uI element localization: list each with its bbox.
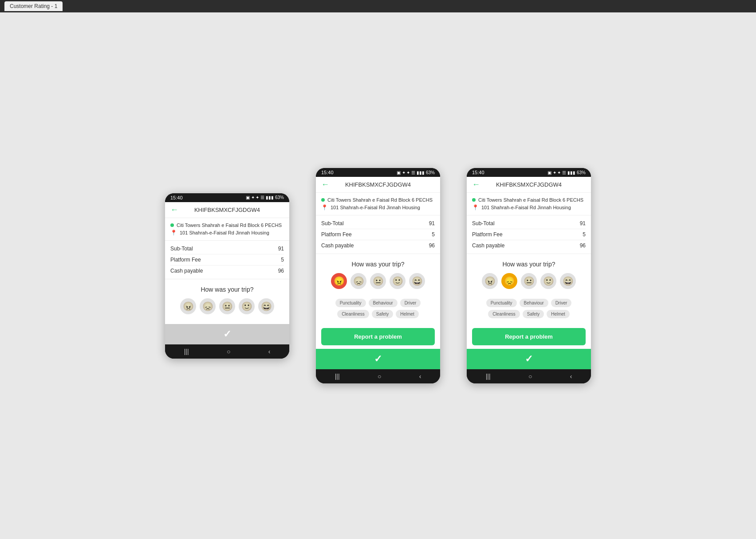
emoji-neutral-1[interactable]: 😐 (219, 298, 235, 314)
bottom-confirm-1[interactable]: ✓ (165, 324, 289, 344)
emoji-neutral-3[interactable]: 😐 (521, 273, 537, 289)
emoji-happy-1[interactable]: 🙂 (239, 298, 255, 314)
emoji-sad-2[interactable]: 😞 (350, 273, 366, 289)
platform-value-1: 5 (281, 257, 284, 263)
top-bar-3: ← KHIFBKSMXCFJGDGW4 (467, 177, 591, 193)
cash-value-3: 96 (580, 242, 586, 249)
phone-3: 15:40 ▣ ✦ ✦ ☰ ▮▮▮ 63% ← KHIFBKSMXCFJGDGW… (467, 168, 591, 383)
nav-bar-2: ||| ○ ‹ (316, 369, 440, 383)
emoji-row-2: 😠 😞 😐 🙂 😄 (321, 273, 435, 289)
tag-helmet-2[interactable]: Helmet (396, 310, 419, 318)
bottom-confirm-3[interactable]: ✓ (467, 349, 591, 369)
report-problem-button-3[interactable]: Report a problem (472, 328, 586, 345)
cash-label-1: Cash payable (170, 268, 203, 274)
bottom-confirm-2[interactable]: ✓ (316, 349, 440, 369)
subtotal-row-2: Sub-Total 91 (321, 218, 435, 229)
dest-pin-3: 📍 (472, 204, 479, 211)
rating-question-1: How was your trip? (170, 286, 284, 293)
tags-section-2: Punctuality Behaviour Driver Cleanliness… (316, 299, 440, 324)
emoji-veryhappy-1[interactable]: 😄 (258, 298, 274, 314)
fare-section-1: Sub-Total 91 Platform Fee 5 Cash payable… (165, 241, 289, 279)
fare-section-2: Sub-Total 91 Platform Fee 5 Cash payable… (316, 215, 440, 254)
route-info-1: Citi Towers Shahrah e Faisal Rd Block 6 … (165, 218, 289, 241)
tag-safety-3[interactable]: Safety (523, 310, 544, 318)
browser-tab[interactable]: Customer Rating - 1 (4, 1, 63, 11)
nav-home-2[interactable]: ○ (378, 373, 381, 380)
subtotal-value-3: 91 (580, 220, 586, 227)
tag-cleanliness-3[interactable]: Cleanliness (488, 310, 520, 318)
battery-2: 63% (426, 170, 435, 175)
emoji-happy-3[interactable]: 🙂 (540, 273, 556, 289)
dest-text-1: 101 Shahrah-e-Faisal Rd Jinnah Housing (180, 230, 269, 235)
platform-value-2: 5 (432, 231, 435, 238)
platform-label-2: Platform Fee (321, 231, 352, 238)
rating-section-3: How was your trip? 😠 😞 😐 🙂 😄 (467, 254, 591, 299)
tag-punctuality-2[interactable]: Punctuality (335, 299, 366, 307)
nav-back-3[interactable]: ‹ (570, 373, 572, 380)
emoji-veryhappy-3[interactable]: 😄 (560, 273, 576, 289)
tags-row1-2: Punctuality Behaviour Driver (321, 299, 435, 307)
emoji-row-1: 😠 😞 😐 🙂 😄 (170, 298, 284, 314)
tag-behaviour-3[interactable]: Behaviour (520, 299, 548, 307)
checkmark-2: ✓ (374, 353, 382, 365)
emoji-angry-3[interactable]: 😠 (482, 273, 498, 289)
top-bar-1: ← KHIFBKSMXCFJGDGW4 (165, 202, 289, 218)
emoji-sad-3[interactable]: 😞 (501, 273, 517, 289)
tag-driver-3[interactable]: Driver (551, 299, 572, 307)
route-info-3: Citi Towers Shahrah e Faisal Rd Block 6 … (467, 193, 591, 215)
nav-menu-3[interactable]: ||| (486, 373, 491, 380)
cash-label-3: Cash payable (472, 242, 504, 249)
subtotal-label-2: Sub-Total (321, 220, 344, 227)
emoji-neutral-2[interactable]: 😐 (370, 273, 386, 289)
cash-row-3: Cash payable 96 (472, 240, 586, 251)
emoji-veryhappy-2[interactable]: 😄 (409, 273, 425, 289)
tag-cleanliness-2[interactable]: Cleanliness (337, 310, 369, 318)
nav-back-1[interactable]: ‹ (268, 348, 271, 355)
status-icons-3: ▣ ✦ ✦ ☰ ▮▮▮ 63% (547, 170, 586, 175)
tag-punctuality-3[interactable]: Punctuality (486, 299, 517, 307)
emoji-angry-2[interactable]: 😠 (331, 273, 347, 289)
back-button-3[interactable]: ← (472, 180, 480, 189)
report-problem-button-2[interactable]: Report a problem (321, 328, 435, 345)
back-button-1[interactable]: ← (170, 205, 178, 215)
origin-text-2: Citi Towers Shahrah e Faisal Rd Block 6 … (327, 197, 433, 203)
origin-row-3: Citi Towers Shahrah e Faisal Rd Block 6 … (472, 196, 586, 203)
subtotal-label-3: Sub-Total (472, 220, 495, 227)
tags-row2-3: Cleanliness Safety Helmet (472, 310, 586, 318)
cash-value-1: 96 (278, 268, 284, 274)
tag-behaviour-2[interactable]: Behaviour (369, 299, 398, 307)
emoji-sad-1[interactable]: 😞 (200, 298, 216, 314)
trip-id-2: KHIFBKSMXCFJGDGW4 (345, 181, 411, 188)
subtotal-row-3: Sub-Total 91 (472, 218, 586, 229)
dest-row-3: 📍 101 Shahrah-e-Faisal Rd Jinnah Housing (472, 203, 586, 211)
tag-driver-2[interactable]: Driver (400, 299, 421, 307)
tag-helmet-3[interactable]: Helmet (547, 310, 570, 318)
nav-menu-2[interactable]: ||| (335, 373, 340, 380)
status-icons-2: ▣ ✦ ✦ ☰ ▮▮▮ 63% (397, 170, 435, 175)
emoji-happy-2[interactable]: 🙂 (390, 273, 406, 289)
dest-row-1: 📍 101 Shahrah-e-Faisal Rd Jinnah Housing (170, 229, 284, 237)
tab-label: Customer Rating - 1 (10, 3, 57, 9)
status-bar-1: 15:40 ▣ ✦ ✦ ☰ ▮▮▮ 63% (165, 193, 289, 202)
phones-container: 15:40 ▣ ✦ ✦ ☰ ▮▮▮ 63% ← KHIFBKSMXCFJGDGW… (165, 168, 591, 383)
platform-label-3: Platform Fee (472, 231, 503, 238)
fare-section-3: Sub-Total 91 Platform Fee 5 Cash payable… (467, 215, 591, 254)
nav-menu-1[interactable]: ||| (184, 348, 189, 355)
emoji-angry-1[interactable]: 😠 (180, 298, 196, 314)
subtotal-value-2: 91 (429, 220, 435, 227)
platform-row-2: Platform Fee 5 (321, 229, 435, 240)
back-button-2[interactable]: ← (321, 180, 329, 189)
tag-safety-2[interactable]: Safety (372, 310, 393, 318)
nav-home-1[interactable]: ○ (227, 348, 230, 355)
top-bar-2: ← KHIFBKSMXCFJGDGW4 (316, 177, 440, 193)
subtotal-row-1: Sub-Total 91 (170, 243, 284, 254)
rating-section-1: How was your trip? 😠 😞 😐 🙂 😄 (165, 279, 289, 324)
nav-home-3[interactable]: ○ (528, 373, 532, 380)
battery-3: 63% (577, 170, 586, 175)
platform-row-1: Platform Fee 5 (170, 254, 284, 266)
dest-text-3: 101 Shahrah-e-Faisal Rd Jinnah Housing (481, 205, 571, 210)
origin-text-1: Citi Towers Shahrah e Faisal Rd Block 6 … (177, 223, 282, 228)
battery-icon-1: ▣ ✦ ✦ ☰ ▮▮▮ (246, 195, 274, 200)
battery-icon-3: ▣ ✦ ✦ ☰ ▮▮▮ (547, 170, 575, 175)
nav-back-2[interactable]: ‹ (419, 373, 421, 380)
